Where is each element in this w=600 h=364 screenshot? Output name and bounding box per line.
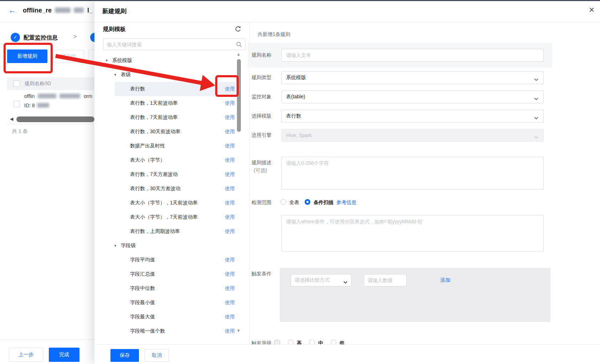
back-arrow-icon[interactable]: ← — [9, 6, 16, 15]
search-icon[interactable] — [236, 41, 242, 49]
description-optional-label: (可选) — [254, 167, 267, 174]
tree-item-label: 表行数，1天前波动率 — [130, 100, 178, 106]
rule-name-field — [281, 49, 544, 62]
collapse-triangle-icon[interactable]: ▼ — [114, 73, 117, 77]
scan-full-radio[interactable] — [280, 199, 286, 205]
tree-item-label: 表大小（字节），7天前波动率 — [130, 214, 198, 220]
tree-item[interactable]: 表行数，上周期波动率使用 — [94, 224, 249, 239]
tree-item-label: 字段最小值 — [130, 300, 155, 306]
tree-item-label: 字段汇总值 — [130, 271, 155, 277]
rule-type-label: 规则类型 — [252, 74, 271, 81]
tree-item[interactable]: 字段平均值使用 — [94, 253, 249, 267]
select-all-checkbox[interactable] — [14, 80, 20, 87]
row-checkbox[interactable] — [14, 101, 20, 107]
collapse-triangle-icon[interactable]: ▼ — [105, 59, 108, 62]
use-link[interactable]: 使用 — [225, 186, 235, 192]
redacted-name-blur — [38, 94, 56, 98]
use-link[interactable]: 使用 — [225, 114, 235, 121]
description-label: 规则描述 — [252, 160, 271, 166]
use-link[interactable]: 使用 — [225, 100, 235, 106]
use-link[interactable]: 使用 — [225, 129, 235, 135]
chevron-down-icon — [534, 77, 538, 82]
use-link[interactable]: 使用 — [225, 285, 235, 292]
tree-item[interactable]: 表行数，30天前波动率使用 — [94, 125, 249, 139]
template-select[interactable]: 表行数 — [281, 110, 544, 123]
collapse-triangle-icon[interactable]: ▼ — [114, 244, 117, 248]
horizontal-scrollbar[interactable] — [16, 116, 94, 122]
tree-item-label: 表行数，30天前波动率 — [130, 129, 181, 135]
vertical-scrollbar[interactable] — [237, 59, 241, 132]
refresh-icon[interactable] — [234, 26, 242, 33]
tree-group[interactable]: ▼字段级 — [94, 239, 249, 253]
close-icon[interactable]: × — [589, 5, 594, 14]
use-link[interactable]: 使用 — [225, 157, 235, 163]
scroll-down-arrow-icon[interactable]: ▼ — [237, 328, 240, 333]
compare-method-select[interactable]: 请选择比较方式 — [291, 274, 351, 286]
monitor-object-select[interactable]: 表(table) — [281, 90, 544, 103]
where-condition-textarea[interactable] — [281, 215, 544, 251]
scroll-up-arrow-icon[interactable]: ▲ — [237, 52, 240, 56]
engine-select-disabled: Hive, Spark — [281, 129, 544, 142]
tree-item-label: 数据产出及时性 — [130, 143, 165, 149]
step1-label: 配置监控信息 — [24, 34, 58, 42]
use-link[interactable]: 使用 — [225, 300, 235, 306]
add-rule-button[interactable]: 新增规则 — [7, 50, 47, 63]
rule-type-select[interactable]: 系统模版 — [281, 71, 544, 84]
tree-item-label: 表行数，上周期波动率 — [130, 228, 180, 235]
use-link[interactable]: 使用 — [225, 314, 235, 320]
tree-item-label: 表行数，7天方差波动 — [130, 171, 178, 178]
tree-item-label: 字段平均值 — [130, 257, 155, 263]
scan-condition-radio[interactable] — [305, 199, 310, 205]
trigger-value-input[interactable] — [364, 275, 406, 286]
save-button[interactable]: 保存 — [110, 349, 139, 362]
tree-item-label: 表大小（字节），1天前波动率 — [130, 200, 198, 206]
trigger-condition-panel: 请选择比较方式 添加 — [280, 268, 550, 322]
tree-item[interactable]: 字段最小值使用 — [94, 296, 249, 310]
use-link[interactable]: 使用 — [225, 200, 235, 206]
hscroll-left-arrow-icon[interactable]: ◀ — [10, 116, 13, 121]
tree-item[interactable]: 表大小（字节）使用 — [94, 153, 249, 167]
tree-item-label: 表行数，30天方差波动 — [130, 186, 181, 192]
use-link[interactable]: 使用 — [225, 86, 235, 92]
reference-info-link[interactable]: 参考信息 — [336, 199, 356, 206]
redacted-title-blur — [74, 7, 84, 13]
chevron-down-icon — [534, 115, 538, 121]
tree-item[interactable]: 表行数，1天前波动率使用 — [94, 96, 249, 110]
tree-item[interactable]: 字段汇总值使用 — [94, 267, 249, 281]
previous-step-button[interactable]: 上一步 — [9, 348, 43, 362]
tree-item[interactable]: 数据产出及时性使用 — [94, 139, 249, 153]
use-link[interactable]: 使用 — [225, 171, 235, 178]
scan-full-label[interactable]: 全表 — [289, 199, 299, 206]
scan-condition-label[interactable]: 条件扫描 — [314, 199, 333, 206]
tree-item-label: 表行数，7天前波动率 — [130, 114, 178, 121]
description-textarea[interactable] — [281, 157, 544, 189]
template-search-input[interactable] — [107, 39, 232, 50]
use-link[interactable]: 使用 — [225, 271, 235, 277]
use-link[interactable]: 使用 — [225, 228, 235, 235]
cancel-button[interactable]: 取消 — [145, 349, 169, 362]
use-link[interactable]: 使用 — [225, 328, 235, 334]
tree-group[interactable]: ▼系统模版 — [94, 53, 249, 68]
tree-group-label: 表级 — [121, 72, 131, 78]
tree-item[interactable]: 表行数，7天方差波动使用 — [94, 167, 249, 182]
done-button[interactable]: 完成 — [49, 348, 79, 362]
template-tree: ▼系统模版▼表级表行数使用表行数，1天前波动率使用表行数，7天前波动率使用表行数… — [94, 53, 249, 338]
tree-item[interactable]: 表大小（字节），1天前波动率使用 — [94, 196, 249, 210]
tree-item-label: 字段唯一值个数 — [130, 328, 165, 334]
use-link[interactable]: 使用 — [225, 257, 235, 263]
tree-item[interactable]: 表行数，7天前波动率使用 — [94, 110, 249, 125]
trial-run-button[interactable]: 试运行 — [53, 50, 84, 63]
rule-name-input[interactable] — [282, 49, 543, 61]
tree-item[interactable]: 表行数使用 — [94, 82, 249, 96]
add-condition-link[interactable]: 添加 — [440, 277, 450, 284]
step-chevron-icon: > — [73, 33, 77, 40]
use-link[interactable]: 使用 — [225, 214, 235, 220]
tree-group[interactable]: ▼表级 — [94, 68, 249, 82]
chevron-down-icon — [343, 279, 347, 285]
tree-item[interactable]: 字段中位数使用 — [94, 281, 249, 296]
use-link[interactable]: 使用 — [225, 143, 235, 149]
tree-item[interactable]: 字段唯一值个数使用 — [94, 324, 249, 338]
tree-item[interactable]: 表行数，30天方差波动使用 — [94, 182, 249, 196]
tree-item[interactable]: 表大小（字节），7天前波动率使用 — [94, 210, 249, 224]
tree-item[interactable]: 字段最大值使用 — [94, 310, 249, 324]
